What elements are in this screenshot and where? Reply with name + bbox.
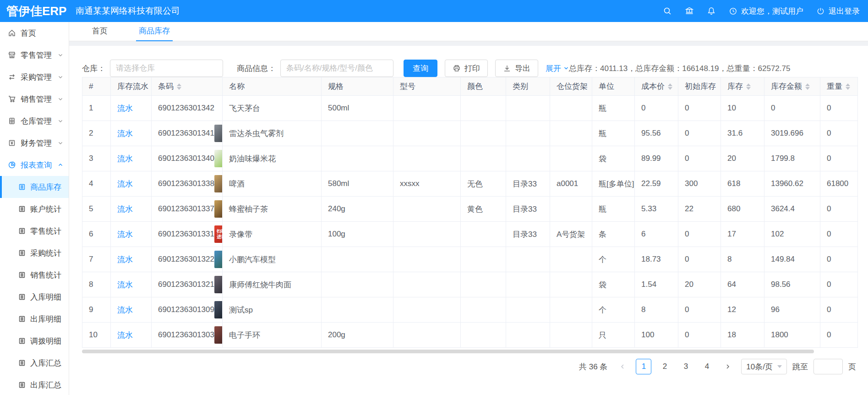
sidebar-item-label: 销售管理	[21, 94, 52, 104]
cell-weight: 0	[820, 247, 858, 272]
cell-stock: 31.6	[721, 121, 764, 146]
sidebar-item-sales[interactable]: 销售管理	[0, 88, 69, 110]
sidebar-subitem-label: 商品库存	[30, 182, 61, 192]
cell-model	[393, 272, 461, 297]
cell-init: 22	[678, 197, 721, 222]
sidebar-item-warehouse[interactable]: 仓库管理	[0, 110, 69, 132]
sidebar-subitem[interactable]: 账户统计	[0, 198, 69, 220]
expand-link[interactable]: 展开	[546, 63, 569, 74]
jump-input[interactable]	[813, 359, 843, 374]
page-button-3[interactable]: 3	[678, 359, 693, 374]
sidebar-subitem[interactable]: 调拨明细	[0, 330, 69, 352]
cell-idx: 6	[82, 222, 111, 247]
flow-link[interactable]: 流水	[117, 180, 133, 188]
report-icon	[8, 161, 16, 169]
flow-link[interactable]: 流水	[117, 205, 133, 214]
cell-category	[506, 323, 550, 348]
cell-shelf	[550, 247, 592, 272]
warehouse-select[interactable]	[110, 60, 223, 77]
flow-link[interactable]: 流水	[117, 331, 133, 340]
sidebar-subitem[interactable]: 入库汇总	[0, 352, 69, 374]
product-info-input[interactable]	[280, 60, 393, 77]
flow-link[interactable]: 流水	[117, 129, 133, 138]
logout-button[interactable]: 退出登录	[816, 6, 860, 16]
cell-spec	[322, 146, 393, 171]
table-row: 4流水6901236301338啤酒580mlxxsxx无色目录33a0001瓶…	[82, 171, 858, 197]
export-button[interactable]: 导出	[495, 60, 538, 77]
sort-control[interactable]	[846, 83, 850, 90]
sidebar-subitem[interactable]: 入库明细	[0, 286, 69, 308]
flow-link[interactable]: 流水	[117, 280, 133, 289]
prev-page-button[interactable]	[615, 359, 630, 374]
cell-weight: 0	[820, 146, 858, 171]
sidebar-subitem[interactable]: 商品库存	[0, 176, 69, 198]
cell-shelf: A号货架	[550, 222, 592, 247]
sort-control[interactable]	[746, 83, 751, 90]
flow-link[interactable]: 流水	[117, 104, 133, 113]
cell-unit: 瓶	[592, 121, 635, 146]
product-thumbnail	[214, 276, 223, 293]
cell-category	[506, 146, 550, 171]
cell-init: 0	[678, 222, 721, 247]
sidebar-subitem[interactable]: 出库明细	[0, 308, 69, 330]
page-button-2[interactable]: 2	[657, 359, 672, 374]
sidebar-subitem[interactable]: 销售统计	[0, 264, 69, 286]
cell-category: 目录33	[506, 222, 550, 247]
scrollbar-thumb[interactable]	[82, 350, 814, 353]
warehouse-label: 仓库：	[82, 63, 105, 74]
welcome-user[interactable]: 欢迎您，测试用户	[729, 6, 803, 16]
cell-idx: 9	[82, 297, 111, 323]
sort-control[interactable]	[668, 83, 672, 90]
cell-stock: 64	[721, 272, 764, 297]
sidebar-item-reports[interactable]: 报表查询	[0, 154, 69, 176]
sidebar-subitem[interactable]: 出库汇总	[0, 374, 69, 395]
sidebar-subitem[interactable]: 零售统计	[0, 220, 69, 242]
sidebar-subitem-label: 入库明细	[30, 292, 61, 302]
sort-control[interactable]	[805, 83, 810, 90]
flow-link[interactable]: 流水	[117, 154, 133, 163]
col-idx: #	[82, 77, 111, 96]
cell-shelf	[550, 121, 592, 146]
app-logo[interactable]: 管伊佳ERP	[0, 3, 69, 19]
sidebar-item-finance[interactable]: 财务管理	[0, 132, 69, 154]
bank-icon[interactable]	[685, 6, 694, 16]
cell-name: 蜂蜜柚子茶	[223, 197, 322, 222]
product-thumbnail	[214, 301, 223, 318]
search-icon[interactable]	[663, 6, 672, 16]
product-thumbnail	[214, 326, 223, 344]
cell-name: 雷达杀虫气雾剂	[223, 121, 322, 146]
tab-home[interactable]: 首页	[89, 26, 110, 41]
page-button-4[interactable]: 4	[699, 359, 715, 374]
flow-link[interactable]: 流水	[117, 255, 133, 264]
flow-link[interactable]: 流水	[117, 230, 133, 239]
sidebar-subitem[interactable]: 采购统计	[0, 242, 69, 264]
stock-table-wrap: #库存流水条码名称规格型号颜色类别仓位货架单位成本价初始库存库存库存金额重量1流…	[82, 77, 857, 348]
print-button[interactable]: 打印	[445, 60, 488, 77]
chevron-down-icon	[58, 118, 63, 124]
stock-summary: 总库存：4011.13，总库存金额：166148.19，总重量：62572.75	[569, 63, 790, 74]
cell-cost: 89.99	[635, 146, 678, 171]
report-item-icon	[18, 205, 26, 213]
sidebar-item-home[interactable]: 首页	[0, 22, 69, 44]
search-button[interactable]: 查询	[404, 60, 437, 77]
cell-amount: 149.84	[764, 247, 820, 272]
tab-product-stock[interactable]: 商品库存	[136, 26, 173, 41]
page-size-select[interactable]: 10条/页	[741, 359, 787, 374]
sidebar-item-label: 财务管理	[21, 138, 52, 148]
report-item-icon	[18, 315, 26, 323]
bell-icon[interactable]	[707, 6, 716, 16]
welcome-text: 欢迎您，测试用户	[741, 6, 803, 16]
col-amount: 库存金额	[764, 77, 820, 96]
cell-cost: 95.56	[635, 121, 678, 146]
report-item-icon	[18, 183, 26, 191]
sidebar-item-retail[interactable]: 零售管理	[0, 44, 69, 66]
flow-link[interactable]: 流水	[117, 306, 133, 314]
page-button-1[interactable]: 1	[636, 359, 651, 374]
cell-category	[506, 272, 550, 297]
next-page-button[interactable]	[720, 359, 736, 374]
cell-shelf	[550, 146, 592, 171]
sidebar-item-purchase[interactable]: 采购管理	[0, 66, 69, 88]
sidebar-subitem-label: 零售统计	[30, 226, 61, 236]
barcode-value: 6901236301340	[158, 154, 214, 163]
sort-control[interactable]	[177, 83, 181, 90]
